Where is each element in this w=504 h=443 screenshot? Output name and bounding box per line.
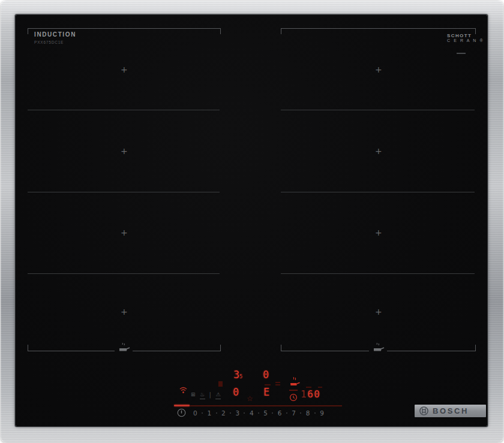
- star-indicator-icon: ☆: [247, 395, 253, 402]
- timer-min-label-mark: [306, 387, 311, 388]
- level-key-9[interactable]: 9: [320, 409, 324, 417]
- schott-fine-print: [457, 53, 466, 54]
- left-zone-center-mark: +: [121, 228, 128, 237]
- level-key-1[interactable]: 1: [207, 409, 211, 417]
- zone-display-bottom-left: 0: [233, 387, 239, 397]
- level-key-3[interactable]: 3: [235, 409, 239, 417]
- zone-display-top-right: 0: [263, 370, 269, 380]
- move-key[interactable]: ♨: [200, 392, 205, 399]
- level-key-5[interactable]: 5: [263, 409, 268, 417]
- key-separator: |: [209, 392, 211, 398]
- timer-clock-icon[interactable]: [289, 393, 298, 404]
- alarm-icon: ⚠: [215, 392, 220, 397]
- level-separator-dot: [300, 412, 301, 414]
- level-key-2[interactable]: 2: [221, 409, 226, 417]
- level-separator-dot: [286, 412, 287, 414]
- left-zone-divider: [28, 192, 220, 192]
- pause-icon: ⊞: [191, 392, 196, 397]
- level-key-8[interactable]: 8: [306, 409, 310, 417]
- ceran-line: C E R A N ®: [447, 38, 484, 43]
- right-zone-center-mark: +: [375, 308, 382, 316]
- level-separator-dot: [202, 412, 203, 414]
- panel-accent-line: [174, 405, 190, 406]
- level-separator-dot: [314, 412, 316, 414]
- schott-ceran-logo: SCHOTT C E R A N ®: [447, 33, 484, 43]
- frying-pan-icon: [115, 340, 133, 354]
- right-zone-center-mark: +: [375, 147, 382, 155]
- right-zone-divider: [281, 110, 475, 110]
- level-separator-dot: [230, 412, 231, 414]
- level-separator-dot: [258, 412, 259, 414]
- zone-select-indicator-left: [218, 381, 223, 387]
- level-key-4[interactable]: 4: [250, 409, 254, 417]
- bosch-logo-text: BOSCH: [433, 406, 469, 415]
- left-zone-center-mark: +: [121, 308, 128, 316]
- level-key-0[interactable]: 0: [193, 409, 197, 417]
- level-separator-dot: [272, 412, 273, 414]
- right-zone-divider: [281, 192, 475, 192]
- pan-move-icon: ♨: [200, 392, 205, 397]
- fry-sensor-underline: [289, 390, 298, 391]
- level-separator-dot: [216, 412, 217, 414]
- left-zone-center-mark: +: [121, 65, 128, 74]
- panel-divider-line: [190, 405, 342, 406]
- zone-select-indicator-right: [275, 382, 280, 383]
- zone-select-indicator-right: [275, 384, 280, 385]
- timer-dim-digit: 1: [301, 388, 307, 400]
- timer-bright-digits: 60: [307, 388, 320, 400]
- display-minute-mark: [265, 384, 271, 385]
- level-separator-dot: [244, 412, 245, 414]
- alarm-key[interactable]: ⚠: [215, 392, 221, 399]
- level-key-6[interactable]: 6: [278, 409, 282, 417]
- timer-display: 160: [301, 390, 320, 399]
- left-zone-divider: [28, 273, 220, 274]
- left-zone-center-mark: +: [121, 147, 128, 155]
- right-zone-center-mark: +: [375, 228, 382, 237]
- function-key-cluster: ⊞ ♨ | ⚠: [191, 392, 221, 399]
- model-number-label: PXX675DC1E: [34, 40, 64, 44]
- timer-sec-label-mark: [318, 387, 322, 388]
- bosch-logo-icon: [419, 406, 428, 415]
- pause-key[interactable]: ⊞: [191, 392, 196, 397]
- left-zone-divider: [28, 110, 220, 110]
- half-step-digit: 5: [239, 374, 242, 379]
- home-connect-wifi-icon: [179, 385, 188, 396]
- right-zone-top-bracket: [281, 28, 476, 34]
- power-button[interactable]: [177, 408, 186, 417]
- cooktop-photo: INDUCTION PXX675DC1E SCHOTT C E R A N ® …: [0, 0, 504, 443]
- bosch-badge: BOSCH: [415, 405, 486, 417]
- right-zone-divider: [281, 273, 475, 274]
- right-zone-center-mark: +: [375, 65, 382, 74]
- zone-display-bottom-right: E: [263, 387, 269, 397]
- left-zone-top-bracket: [28, 28, 221, 34]
- fry-sensor-pan-icon: [288, 377, 300, 391]
- power-level-slider[interactable]: 0 1 2 3 4 5 6 7 8 9: [193, 409, 324, 417]
- ceramic-glass-surface: INDUCTION PXX675DC1E SCHOTT C E R A N ® …: [16, 15, 487, 426]
- frying-pan-icon: [369, 340, 387, 354]
- level-key-7[interactable]: 7: [292, 409, 296, 417]
- zone-display-top-left: 35: [233, 370, 242, 380]
